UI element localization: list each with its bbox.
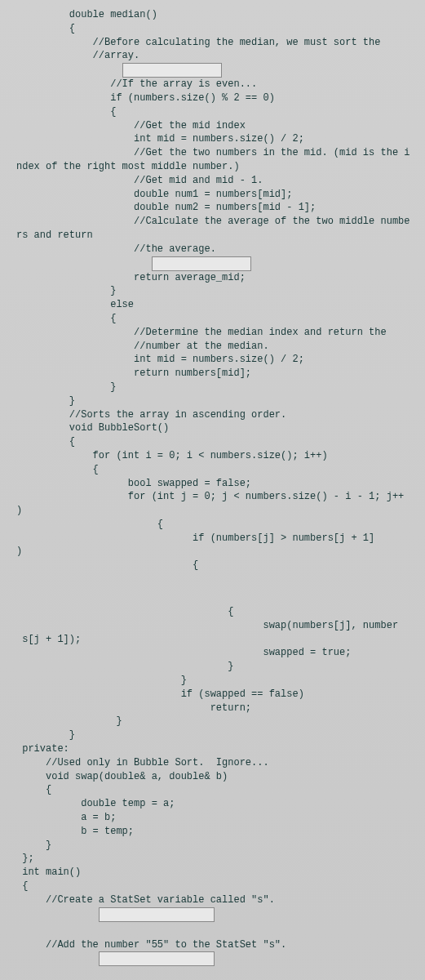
code-line: if (numbers[j] > numbers[j + 1] bbox=[16, 532, 409, 546]
code-line: } bbox=[16, 674, 409, 688]
code-line: ) bbox=[16, 545, 409, 559]
code-line: else bbox=[16, 298, 409, 312]
input-blank[interactable] bbox=[99, 951, 215, 966]
code-line: } bbox=[16, 381, 409, 394]
input-blank[interactable] bbox=[99, 907, 215, 922]
code-line: }; bbox=[16, 852, 409, 866]
code-line: int mid = numbers.size() / 2; bbox=[16, 132, 409, 146]
code-line: double median() bbox=[16, 8, 409, 22]
code-line: { bbox=[16, 518, 409, 532]
code-line: //Create a StatSet variable called "s". bbox=[16, 893, 409, 907]
code-line: //number at the median. bbox=[16, 340, 409, 354]
code-line: int main() bbox=[16, 866, 409, 880]
code-line: { bbox=[16, 105, 409, 119]
code-line: double temp = a; bbox=[16, 797, 409, 811]
code-line: for (int j = 0; j < numbers.size() - i -… bbox=[16, 490, 409, 504]
code-line: if (swapped == false) bbox=[16, 688, 409, 702]
code-line: { bbox=[16, 605, 409, 619]
code-line: swapped = true; bbox=[16, 646, 409, 660]
code-line: int mid = numbers.size() / 2; bbox=[16, 353, 409, 367]
code-line: //Get the mid index bbox=[16, 119, 409, 133]
code-line: return numbers[mid]; bbox=[16, 367, 409, 381]
code-line: { bbox=[16, 435, 409, 449]
blank-input-line bbox=[16, 256, 409, 271]
code-line: if (numbers.size() % 2 == 0) bbox=[16, 91, 409, 105]
code-line: { bbox=[16, 783, 409, 797]
input-blank[interactable] bbox=[122, 63, 222, 78]
code-line: //Sorts the array in ascending order. bbox=[16, 408, 409, 422]
code-line: double num2 = numbers[mid - 1]; bbox=[16, 201, 409, 215]
code-line: } bbox=[16, 394, 409, 408]
code-line: return; bbox=[16, 702, 409, 715]
blank-input-line bbox=[16, 907, 409, 922]
code-line: } bbox=[16, 839, 409, 853]
code-line: ) bbox=[16, 504, 409, 518]
code-line: //Get mid and mid - 1. bbox=[16, 174, 409, 188]
code-line: //array. bbox=[16, 49, 409, 63]
code-line: //If the array is even... bbox=[16, 78, 409, 91]
code-line: swap(numbers[j], number bbox=[16, 619, 409, 633]
code-page: double median() { //Before calculating t… bbox=[0, 0, 425, 980]
code-line: a = b; bbox=[16, 811, 409, 825]
code-line: //Get the two numbers in the mid. (mid i… bbox=[16, 146, 409, 160]
code-line: double num1 = numbers[mid]; bbox=[16, 188, 409, 202]
code-line: { bbox=[16, 22, 409, 36]
code-line: { bbox=[16, 880, 409, 893]
code-line: void BubbleSort() bbox=[16, 421, 409, 435]
code-line: { bbox=[16, 559, 409, 572]
code-line: //Calculate the average of the two middl… bbox=[16, 215, 409, 229]
code-line: //Used only in Bubble Sort. Ignore... bbox=[16, 756, 409, 770]
code-line: //Determine the median index and return … bbox=[16, 326, 409, 340]
code-line: } bbox=[16, 660, 409, 674]
code-line: for (int i = 0; i < numbers.size(); i++) bbox=[16, 449, 409, 463]
blank-input-line bbox=[16, 951, 409, 966]
code-line: bool swapped = false; bbox=[16, 477, 409, 491]
code-line: rs and return bbox=[16, 229, 409, 243]
code-line: //Add the number "55" to the StatSet "s"… bbox=[16, 938, 409, 952]
code-line: void swap(double& a, double& b) bbox=[16, 770, 409, 784]
code-line: private: bbox=[16, 742, 409, 756]
code-line: s[j + 1]); bbox=[16, 633, 409, 647]
code-line: //Before calculating the median, we must… bbox=[16, 36, 409, 50]
code-line: //the average. bbox=[16, 243, 409, 256]
code-line: { bbox=[16, 463, 409, 477]
code-line: } bbox=[16, 284, 409, 298]
code-line: { bbox=[16, 312, 409, 326]
code-line: b = temp; bbox=[16, 825, 409, 839]
input-blank[interactable] bbox=[152, 256, 251, 271]
code-line: } bbox=[16, 715, 409, 728]
blank-input-line bbox=[16, 63, 409, 78]
code-line: ndex of the right most middle number.) bbox=[16, 160, 409, 174]
code-line: } bbox=[16, 728, 409, 742]
code-line: return average_mid; bbox=[16, 271, 409, 285]
